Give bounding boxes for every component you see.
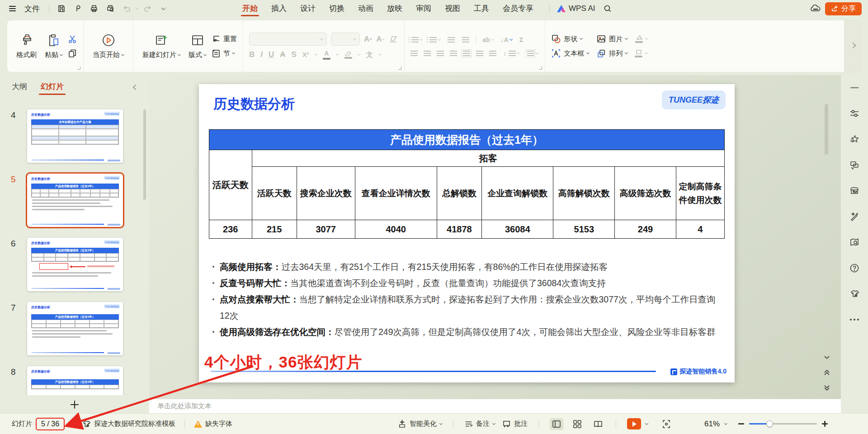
section-dropdown-icon[interactable] bbox=[232, 51, 235, 54]
editing-canvas[interactable]: 历史数据分析 TUNGEE探迹 产品使用数据报告（过去1年） 活跃天数 拓客 活… bbox=[149, 75, 841, 399]
tab-animation[interactable]: 动画 bbox=[351, 0, 380, 17]
save-icon[interactable] bbox=[55, 2, 68, 15]
font-expander-icon[interactable] bbox=[398, 66, 401, 70]
zoom-out-button[interactable] bbox=[738, 423, 744, 424]
paste-dropdown-icon[interactable] bbox=[60, 52, 63, 56]
slide-5-canvas[interactable]: 历史数据分析 TUNGEE探迹 产品使用数据报告（过去1年） 活跃天数 拓客 活… bbox=[199, 84, 735, 382]
arrange-dropdown-icon[interactable] bbox=[625, 51, 628, 54]
previous-slide-icon[interactable] bbox=[822, 368, 832, 377]
slide-bullets[interactable]: 高频使用拓客：过去364天里，有251个工作日，有215天使用拓客，有86%的工… bbox=[211, 259, 723, 340]
tab-slideshow[interactable]: 放映 bbox=[380, 0, 409, 17]
tab-slides[interactable]: 幻灯片 bbox=[41, 75, 64, 99]
slide-number: 7 bbox=[11, 302, 23, 355]
add-slide-button[interactable] bbox=[66, 397, 83, 412]
canvas-scrollbar[interactable] bbox=[825, 104, 828, 155]
next-slide-icon[interactable] bbox=[822, 383, 832, 392]
zoom-dropdown-icon[interactable] bbox=[724, 421, 727, 425]
shapes-button[interactable]: 形状 bbox=[551, 34, 589, 44]
tungee-logo-badge[interactable]: TUNGEE探迹 bbox=[662, 90, 726, 109]
picture-button[interactable]: 图片 bbox=[596, 34, 627, 44]
magic-wand-icon[interactable] bbox=[849, 211, 860, 222]
tab-view[interactable]: 视图 bbox=[438, 0, 467, 17]
tab-transition[interactable]: 切换 bbox=[322, 0, 351, 17]
slide-sorter-view-button[interactable] bbox=[571, 418, 584, 430]
zoom-level[interactable]: 61% bbox=[704, 420, 720, 429]
notes-icon bbox=[464, 420, 473, 428]
normal-view-button[interactable] bbox=[550, 418, 563, 430]
align-justify-icon bbox=[450, 51, 457, 56]
ribbon-expand-button[interactable] bbox=[844, 20, 861, 72]
print-icon[interactable] bbox=[87, 2, 101, 15]
text-direction-icon: ↓A bbox=[500, 35, 513, 44]
properties-sliders-icon[interactable] bbox=[849, 108, 860, 119]
slide-thumbnail-7[interactable]: 7 历史数据分析 TUNGEE探迹 产品使用数据报告（过去1年） bbox=[0, 302, 149, 366]
picture-dropdown-icon[interactable] bbox=[625, 37, 628, 40]
find-navigate-icon[interactable] bbox=[849, 237, 860, 248]
play-dropdown-icon[interactable] bbox=[121, 52, 124, 56]
slide-title[interactable]: 历史数据分析 bbox=[213, 95, 295, 113]
main-menu-icon[interactable] bbox=[6, 3, 18, 14]
slide-thumbnail-5-selected[interactable]: 5 历史数据分析 TUNGEE探迹 产品使用数据报告（过去1年） bbox=[0, 174, 149, 238]
shapes-dropdown-icon[interactable] bbox=[580, 37, 583, 40]
tab-insert[interactable]: 插入 bbox=[264, 0, 293, 17]
slide-thumbnail-8[interactable]: 8 历史数据分析 TUNGEE探迹 产品使用数据报告（过去1年） bbox=[0, 366, 149, 395]
eco-template-icon[interactable] bbox=[849, 185, 860, 196]
brand-label: 探迹智能销售4.0 bbox=[680, 368, 726, 376]
export-pdf-icon[interactable] bbox=[71, 2, 85, 15]
collapse-panel-icon[interactable] bbox=[134, 82, 137, 91]
play-from-current-button[interactable]: 当页开始 bbox=[90, 30, 127, 62]
notes-button[interactable]: 备注 bbox=[464, 420, 495, 428]
tab-design[interactable]: 设计 bbox=[293, 0, 322, 17]
paragraph-expander-icon[interactable] bbox=[539, 66, 542, 70]
template-button[interactable]: 探迹大数据研究院标准模板 bbox=[82, 420, 175, 429]
notes-placeholder[interactable]: 单击此处添加文本 bbox=[149, 399, 841, 413]
thumbnail-scrollbar[interactable] bbox=[143, 109, 146, 200]
slide-thumbnail-4[interactable]: 4 历史数据分析 TUNGEE探迹 去年的探迹合作产品方案 bbox=[0, 109, 149, 174]
file-menu-button[interactable]: 文件 bbox=[21, 4, 43, 14]
comment-button[interactable]: 批注 bbox=[502, 420, 528, 428]
missing-font-button[interactable]: 缺失字体 bbox=[194, 420, 232, 428]
effects-star-icon[interactable] bbox=[849, 134, 860, 145]
quickbar-dropdown-icon[interactable] bbox=[161, 6, 166, 10]
copy-button[interactable] bbox=[67, 48, 77, 58]
slide-thumbnail-6[interactable]: 6 历史数据分析 TUNGEE探迹 产品使用数据报告（过去1年） bbox=[0, 238, 149, 302]
paste-button[interactable]: 粘贴 bbox=[42, 30, 66, 62]
zoom-slider[interactable] bbox=[749, 423, 817, 425]
reset-button[interactable]: 重置 bbox=[211, 34, 237, 44]
help-icon[interactable] bbox=[849, 263, 860, 274]
more-options-icon[interactable] bbox=[849, 314, 860, 325]
new-slide-button[interactable]: 新建幻灯片 bbox=[139, 30, 184, 62]
arrange-button[interactable]: 排列 bbox=[596, 48, 627, 58]
scroll-down-icon[interactable] bbox=[822, 353, 832, 362]
zoom-slider-thumb[interactable] bbox=[766, 420, 773, 427]
play-options-dropdown-icon[interactable] bbox=[645, 421, 648, 425]
search-icon[interactable] bbox=[601, 2, 614, 15]
skin-theme-icon[interactable] bbox=[849, 288, 860, 299]
reading-view-button[interactable] bbox=[591, 418, 605, 430]
minimize-panel-icon[interactable] bbox=[849, 82, 860, 93]
textbox-button[interactable]: 文本框 bbox=[551, 48, 589, 58]
tab-home[interactable]: 开始 bbox=[236, 0, 264, 17]
tab-outline[interactable]: 大纲 bbox=[12, 75, 27, 99]
smart-beautify-button[interactable]: 智能美化 bbox=[398, 420, 442, 428]
tab-review[interactable]: 审阅 bbox=[409, 0, 438, 17]
share-button[interactable]: 分享 bbox=[825, 2, 862, 15]
clipboard-expander-icon[interactable] bbox=[77, 66, 80, 70]
zoom-in-button[interactable] bbox=[822, 421, 828, 427]
new-slide-dropdown-icon[interactable] bbox=[178, 52, 181, 56]
tab-member[interactable]: 会员专享 bbox=[496, 0, 540, 17]
format-painter-button[interactable]: 格式刷 bbox=[13, 30, 40, 62]
layout-button[interactable]: 版式 bbox=[185, 30, 209, 62]
cut-button[interactable] bbox=[67, 34, 77, 44]
layout-dropdown-icon[interactable] bbox=[203, 52, 207, 56]
tab-tools[interactable]: 工具 bbox=[467, 0, 496, 17]
switch-windows-icon[interactable] bbox=[849, 160, 860, 170]
section-button[interactable]: 节 bbox=[211, 48, 237, 58]
textbox-dropdown-icon[interactable] bbox=[586, 51, 590, 54]
usage-data-table[interactable]: 产品使用数据报告（过去1年） 活跃天数 拓客 活跃天数 搜索企业次数 查看企业详… bbox=[209, 129, 725, 239]
print-preview-icon[interactable] bbox=[104, 2, 117, 15]
slideshow-play-button[interactable] bbox=[627, 418, 641, 429]
cloud-sync-icon[interactable] bbox=[809, 2, 822, 15]
wps-ai-button[interactable]: WPS AI bbox=[549, 4, 595, 13]
fullscreen-button[interactable] bbox=[660, 418, 673, 430]
